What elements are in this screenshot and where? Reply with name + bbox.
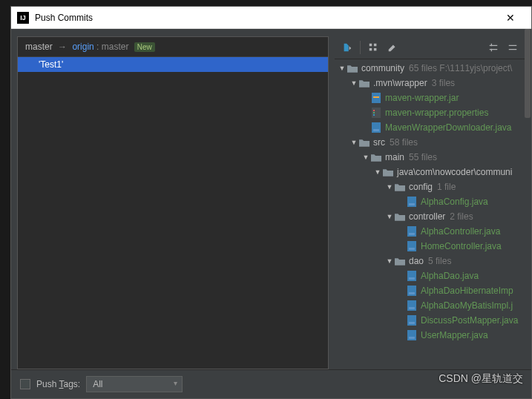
folder-icon <box>358 78 370 88</box>
push-tags-select[interactable]: All <box>86 376 183 392</box>
svg-rect-5 <box>373 96 379 98</box>
tree-label: DiscussPostMapper.java <box>421 315 518 326</box>
tree-file-row[interactable]: maven-wrapper.properties <box>335 105 525 120</box>
tree-label: maven-wrapper.jar <box>385 93 459 103</box>
file-tree[interactable]: ▼community65 files F:\1111yjs\project\▼.… <box>335 59 525 369</box>
new-badge: New <box>134 42 155 52</box>
folder-icon <box>394 211 406 222</box>
java-file-icon <box>406 197 418 207</box>
tree-label: main <box>385 152 404 162</box>
expand-icon[interactable]: ▼ <box>385 213 394 220</box>
java-file-icon <box>370 122 382 133</box>
tree-meta: 58 files <box>390 137 418 148</box>
push-commits-dialog: IJ Push Commits ✕ master → origin : mast… <box>10 6 532 399</box>
expand-icon[interactable]: ▼ <box>349 139 358 146</box>
tree-label: dao <box>409 256 424 266</box>
java-file-icon <box>406 300 418 311</box>
java-file-icon <box>406 315 418 326</box>
tree-file-row[interactable]: MavenWrapperDownloader.java <box>335 120 525 135</box>
tracking-branch: master <box>102 42 129 52</box>
tree-folder-row[interactable]: ▼dao5 files <box>335 254 525 268</box>
svg-rect-23 <box>409 307 415 309</box>
commits-panel: master → origin : master New 'Test1' <box>17 36 329 369</box>
tree-file-row[interactable]: HomeController.java <box>335 239 525 254</box>
svg-rect-15 <box>409 233 415 235</box>
tree-label: config <box>409 182 433 192</box>
expand-icon[interactable]: ▼ <box>385 183 394 191</box>
scrollbar-thumb[interactable] <box>525 29 531 118</box>
tree-meta: 1 file <box>437 182 456 192</box>
folder-icon <box>358 137 370 148</box>
tree-file-row[interactable]: AlphaDao.java <box>335 268 525 283</box>
tree-file-row[interactable]: AlphaController.java <box>335 224 525 239</box>
main-area: master → origin : master New 'Test1' <box>11 29 531 369</box>
edit-button[interactable] <box>384 39 401 56</box>
expand-icon[interactable]: ▼ <box>385 257 394 265</box>
scrollbar-vertical[interactable] <box>524 29 531 369</box>
tree-folder-row[interactable]: ▼.mvn\wrapper3 files <box>335 76 525 90</box>
titlebar: IJ Push Commits ✕ <box>11 7 531 29</box>
tree-meta: 5 files <box>428 256 451 266</box>
expand-icon[interactable]: ▼ <box>338 65 347 72</box>
tree-file-row[interactable]: UserMapper.java <box>335 328 525 343</box>
tree-file-row[interactable]: AlphaConfig.java <box>335 194 525 209</box>
folder-icon <box>370 152 382 162</box>
tree-meta: 3 files <box>432 78 455 88</box>
push-tags-checkbox[interactable] <box>20 379 30 389</box>
expand-all-button[interactable] <box>485 39 502 56</box>
tree-label: java\com\nowcoder\communi <box>397 167 512 177</box>
svg-rect-21 <box>409 292 415 294</box>
tree-label: community <box>361 63 404 73</box>
show-diff-button[interactable] <box>339 39 355 56</box>
tree-label: controller <box>409 211 445 222</box>
svg-rect-11 <box>373 129 379 131</box>
collapse-all-button[interactable] <box>505 39 521 56</box>
folder-icon <box>394 182 406 192</box>
svg-rect-6 <box>372 108 381 118</box>
tree-file-row[interactable]: AlphaDaoHibernateImp <box>335 283 525 298</box>
tree-label: maven-wrapper.properties <box>385 108 488 118</box>
svg-rect-3 <box>374 48 377 51</box>
expand-icon[interactable]: ▼ <box>373 168 382 176</box>
svg-rect-27 <box>409 337 415 339</box>
tree-folder-row[interactable]: ▼controller2 files <box>335 209 525 224</box>
svg-rect-0 <box>370 44 372 47</box>
svg-rect-13 <box>409 203 415 205</box>
java-file-icon <box>406 241 418 251</box>
tree-label: AlphaDaoHibernateImp <box>421 286 513 296</box>
commit-label: 'Test1' <box>39 59 63 70</box>
files-toolbar <box>335 36 525 59</box>
tree-label: AlphaConfig.java <box>421 197 488 207</box>
local-branch: master <box>25 42 53 52</box>
folder-icon <box>394 256 406 266</box>
tree-meta: 2 files <box>450 211 473 222</box>
svg-rect-7 <box>373 110 375 111</box>
svg-rect-19 <box>409 277 415 280</box>
files-panel: ▼community65 files F:\1111yjs\project\▼.… <box>335 36 525 369</box>
tree-file-row[interactable]: maven-wrapper.jar <box>335 90 525 105</box>
tree-label: AlphaDao.java <box>421 271 479 281</box>
commit-item[interactable]: 'Test1' <box>18 57 328 72</box>
folder-icon <box>382 167 394 177</box>
group-by-button[interactable] <box>365 39 381 56</box>
java-file-icon <box>406 330 418 340</box>
close-button[interactable]: ✕ <box>496 7 525 29</box>
tree-label: HomeController.java <box>421 241 502 251</box>
remote-name: origin <box>72 42 93 52</box>
tree-label: AlphaController.java <box>421 226 500 237</box>
tree-folder-row[interactable]: ▼community65 files F:\1111yjs\project\ <box>335 61 525 76</box>
dialog-content: master → origin : master New 'Test1' <box>11 29 531 398</box>
expand-icon[interactable]: ▼ <box>361 154 370 161</box>
properties-icon <box>370 108 382 118</box>
tree-meta: 65 files F:\1111yjs\project\ <box>409 63 512 73</box>
tree-folder-row[interactable]: ▼java\com\nowcoder\communi <box>335 165 525 179</box>
expand-icon[interactable]: ▼ <box>349 79 358 87</box>
tree-folder-row[interactable]: ▼main55 files <box>335 150 525 165</box>
tree-file-row[interactable]: AlphaDaoMyBatisImpl.j <box>335 298 525 313</box>
arrow-icon: → <box>58 42 67 52</box>
tree-folder-row[interactable]: ▼config1 file <box>335 179 525 194</box>
tree-file-row[interactable]: DiscussPostMapper.java <box>335 313 525 328</box>
select-value: All <box>93 379 102 389</box>
tree-folder-row[interactable]: ▼src58 files <box>335 135 525 150</box>
branch-header[interactable]: master → origin : master New <box>18 37 328 57</box>
